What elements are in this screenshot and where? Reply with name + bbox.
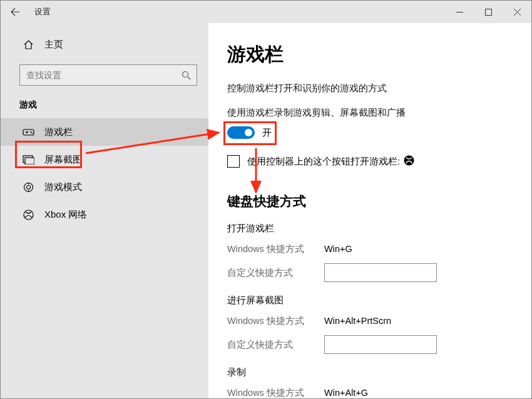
svg-point-3: [30, 131, 31, 132]
shortcut-win-value: Win+G: [324, 244, 352, 254]
svg-rect-2: [23, 129, 34, 135]
search-box[interactable]: [19, 64, 197, 86]
window-title: 设置: [34, 6, 51, 18]
minimize-button[interactable]: [445, 1, 474, 23]
sidebar-item-label: 游戏模式: [44, 181, 82, 193]
sidebar-item-label: Xbox 网络: [44, 209, 87, 221]
sidebar: 主页 游戏 游戏栏 屏幕截图: [1, 23, 208, 398]
home-icon: [22, 39, 34, 50]
gamebar-toggle[interactable]: [227, 126, 255, 139]
close-button[interactable]: [503, 1, 531, 23]
sidebar-item-label: 游戏栏: [44, 126, 73, 138]
search-input[interactable]: [20, 70, 175, 80]
shortcut-custom-label: 自定义快捷方式: [227, 339, 324, 351]
home-link[interactable]: 主页: [1, 32, 208, 57]
svg-point-8: [26, 185, 30, 189]
shortcut-group-open: 打开游戏栏 Windows 快捷方式 Win+G 自定义快捷方式: [227, 223, 531, 282]
toggle-desc: 使用游戏栏录制游戏剪辑、屏幕截图和广播: [227, 107, 531, 119]
shortcut-win-value: Win+Alt+G: [324, 388, 368, 398]
shortcut-title: 进行屏幕截图: [227, 295, 531, 306]
shortcut-custom-input[interactable]: [324, 263, 437, 282]
shortcut-title: 录制: [227, 366, 531, 378]
sidebar-item-captures[interactable]: 屏幕截图: [1, 146, 208, 173]
svg-rect-0: [485, 9, 491, 15]
shortcut-win-label: Windows 快捷方式: [227, 387, 324, 399]
shortcut-title: 打开游戏栏: [227, 223, 531, 235]
gamebar-icon: [22, 128, 34, 137]
shortcuts-heading: 键盘快捷方式: [227, 193, 531, 210]
back-arrow-icon: [10, 7, 20, 17]
svg-point-10: [404, 156, 414, 166]
gamemode-icon: [22, 182, 34, 193]
svg-point-1: [182, 71, 188, 77]
svg-rect-6: [25, 158, 34, 164]
shortcut-win-value: Win+Alt+PrtScrn: [324, 316, 391, 326]
back-button[interactable]: [1, 7, 29, 17]
shortcut-win-label: Windows 快捷方式: [227, 315, 324, 327]
close-icon: [514, 9, 521, 16]
home-label: 主页: [44, 39, 63, 51]
shortcut-custom-input[interactable]: [324, 335, 437, 354]
captures-icon: [22, 155, 34, 164]
maximize-button[interactable]: [474, 1, 503, 23]
sidebar-item-label: 屏幕截图: [44, 154, 82, 166]
shortcut-group-record: 录制 Windows 快捷方式 Win+Alt+G: [227, 366, 531, 398]
toggle-knob: [245, 129, 252, 136]
minimize-icon: [456, 9, 463, 16]
shortcut-win-label: Windows 快捷方式: [227, 243, 324, 255]
maximize-icon: [485, 9, 492, 16]
shortcut-custom-label: 自定义快捷方式: [227, 267, 324, 279]
toggle-label: 开: [262, 127, 272, 139]
svg-point-9: [24, 210, 33, 220]
shortcut-group-screenshot: 进行屏幕截图 Windows 快捷方式 Win+Alt+PrtScrn 自定义快…: [227, 295, 531, 354]
sidebar-item-xbox[interactable]: Xbox 网络: [1, 201, 208, 228]
section-label: 游戏: [1, 97, 208, 118]
svg-point-4: [31, 132, 33, 133]
titlebar: 设置: [1, 1, 531, 23]
main-panel: 游戏栏 控制游戏栏打开和识别你的游戏的方式 使用游戏栏录制游戏剪辑、屏幕截图和广…: [208, 23, 531, 398]
settings-window: 设置 主页 游戏: [0, 0, 532, 399]
sidebar-item-gamemode[interactable]: 游戏模式: [1, 173, 208, 201]
xbox-button-icon: [404, 155, 414, 168]
search-icon: [175, 71, 197, 80]
controller-checkbox[interactable]: [227, 155, 240, 168]
checkbox-label: 使用控制器上的这个按钮打开游戏栏:: [247, 156, 400, 168]
sidebar-item-gamebar[interactable]: 游戏栏: [1, 118, 208, 146]
page-desc: 控制游戏栏打开和识别你的游戏的方式: [227, 83, 531, 94]
page-heading: 游戏栏: [227, 42, 531, 68]
xbox-icon: [22, 210, 34, 220]
